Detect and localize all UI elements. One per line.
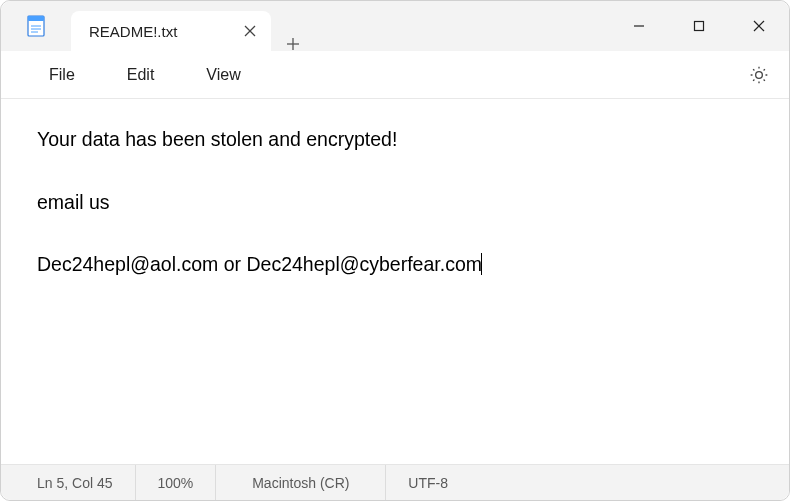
menu-edit[interactable]: Edit: [101, 58, 181, 92]
statusbar: Ln 5, Col 45 100% Macintosh (CR) UTF-8: [1, 464, 789, 500]
close-window-button[interactable]: [729, 1, 789, 51]
maximize-button[interactable]: [669, 1, 729, 51]
status-encoding[interactable]: UTF-8: [386, 465, 470, 500]
tab-title: README!.txt: [89, 23, 177, 40]
new-tab-button[interactable]: [271, 37, 315, 51]
svg-rect-10: [695, 22, 704, 31]
status-position[interactable]: Ln 5, Col 45: [1, 465, 136, 500]
menubar: File Edit View: [1, 51, 789, 99]
document-text: Your data has been stolen and encrypted!…: [37, 128, 482, 275]
close-icon: [244, 25, 256, 37]
svg-rect-1: [28, 16, 44, 21]
app-icon-wrap: [1, 1, 71, 51]
text-caret: [481, 253, 482, 275]
close-icon: [752, 19, 766, 33]
titlebar: README!.txt: [1, 1, 789, 51]
tab-close-button[interactable]: [243, 24, 257, 38]
tab-active[interactable]: README!.txt: [71, 11, 271, 51]
plus-icon: [286, 37, 300, 51]
gear-icon: [749, 65, 769, 85]
status-eol[interactable]: Macintosh (CR): [216, 465, 386, 500]
status-zoom[interactable]: 100%: [136, 465, 217, 500]
minimize-icon: [633, 20, 645, 32]
text-editor[interactable]: Your data has been stolen and encrypted!…: [1, 99, 789, 464]
window-controls: [609, 1, 789, 51]
menu-view[interactable]: View: [180, 58, 266, 92]
settings-button[interactable]: [739, 55, 779, 95]
tabs-strip: README!.txt: [71, 1, 609, 51]
notepad-icon: [24, 14, 48, 38]
minimize-button[interactable]: [609, 1, 669, 51]
menu-file[interactable]: File: [23, 58, 101, 92]
maximize-icon: [693, 20, 705, 32]
notepad-window: README!.txt: [0, 0, 790, 501]
